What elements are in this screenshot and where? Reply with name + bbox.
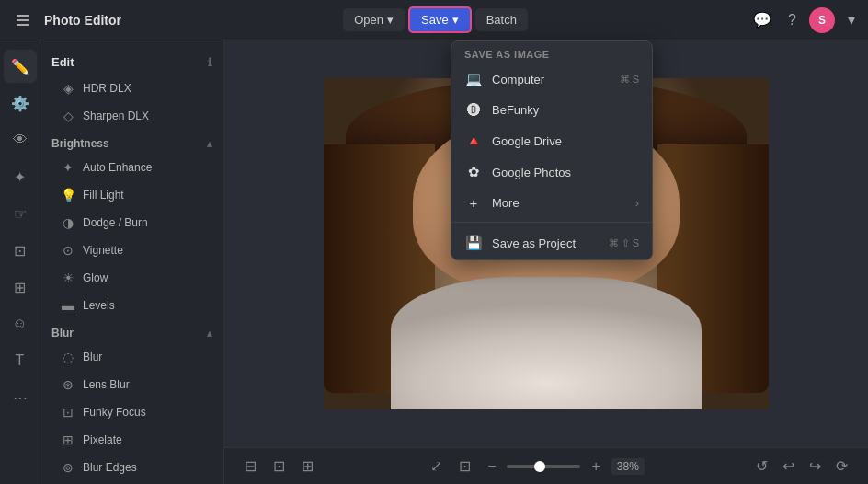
sidebar-more-button[interactable]: ⋯	[4, 381, 37, 414]
sidebar-frames-button[interactable]: ⊡	[4, 234, 37, 267]
open-label: Open	[354, 13, 383, 27]
sidebar-view-button[interactable]: 👁	[4, 123, 37, 156]
sidebar-effects-button[interactable]: ✦	[4, 160, 37, 193]
save-button[interactable]: Save ▾	[408, 6, 472, 33]
sharpen-icon: ◇	[61, 109, 75, 123]
zoom-out-button[interactable]: −	[482, 455, 501, 478]
save-label: Save	[421, 13, 449, 27]
crop-button[interactable]: ⊡	[268, 454, 291, 478]
panel-title: Edit	[51, 55, 74, 69]
save-befunky-label: BeFunky	[492, 103, 539, 117]
open-button[interactable]: Open ▾	[343, 8, 405, 31]
save-dropdown-menu[interactable]: Save as Image 💻 Computer ⌘ S 🅑 BeFunky 🔺…	[451, 40, 653, 260]
topbar-right: 💬 ? S ▾	[749, 7, 859, 33]
open-chevron-icon: ▾	[387, 13, 394, 27]
save-gphotos-item[interactable]: ✿ Google Photos	[451, 156, 652, 188]
sidebar-text-button[interactable]: T	[4, 344, 37, 377]
brightness-section-header[interactable]: Brightness	[40, 130, 223, 154]
hdr-icon: ◈	[61, 81, 75, 96]
funky-focus-icon: ⊡	[61, 405, 75, 420]
batch-button[interactable]: Batch	[475, 8, 528, 31]
gphotos-icon: ✿	[464, 164, 483, 180]
sidebar-stickers-button[interactable]: ☺	[4, 307, 37, 340]
chat-button[interactable]: 💬	[749, 7, 775, 32]
help-button[interactable]: ?	[784, 8, 800, 32]
chat-icon: 💬	[753, 12, 771, 28]
fill-light-item[interactable]: 💡 Fill Light	[46, 181, 218, 209]
zoom-thumb[interactable]	[534, 461, 545, 472]
zoom-in-button[interactable]: +	[586, 455, 605, 478]
dodge-burn-icon: ◑	[61, 215, 75, 230]
hdr-dlx-item[interactable]: ◈ HDR DLX	[46, 75, 218, 102]
sharpen-label: Sharpen DLX	[83, 109, 149, 122]
dropdown-section-label: Save as Image	[451, 41, 652, 63]
help-icon: ?	[788, 12, 796, 28]
save-more-label: More	[492, 196, 520, 210]
grid-button[interactable]: ⊞	[296, 454, 319, 478]
icon-sidebar: ✏️ ⚙️ 👁 ✦ ☞ ⊡ ⊞ ☺ T ⋯	[0, 40, 40, 484]
user-avatar[interactable]: S	[809, 7, 835, 33]
auto-enhance-item[interactable]: ✦ Auto Enhance	[46, 154, 218, 181]
panel-header: Edit ℹ	[40, 50, 223, 75]
sidebar-edit-button[interactable]: ✏️	[4, 50, 37, 83]
sidebar-adjust-button[interactable]: ⚙️	[4, 86, 37, 120]
layers-button[interactable]: ⊟	[239, 454, 262, 478]
more-icon: +	[464, 195, 483, 211]
save-project-item[interactable]: 💾 Save as Project ⌘ ⇧ S	[451, 226, 652, 259]
blur-edges-item[interactable]: ⊚ Blur Edges	[46, 454, 218, 481]
levels-item[interactable]: ▬ Levels	[46, 292, 218, 319]
blur-edges-icon: ⊚	[61, 460, 75, 475]
blur-section-header[interactable]: Blur	[40, 319, 223, 343]
funky-focus-item[interactable]: ⊡ Funky Focus	[46, 398, 218, 426]
glow-icon: ☀	[61, 271, 75, 285]
redo-button[interactable]: ↪	[804, 454, 827, 478]
blur-chevron-icon	[207, 328, 212, 340]
zoom-slider[interactable]	[507, 465, 580, 468]
info-icon[interactable]: ℹ	[208, 56, 212, 69]
sharpen-dlx-item[interactable]: ◇ Sharpen DLX	[46, 102, 218, 130]
save-befunky-item[interactable]: 🅑 BeFunky	[451, 95, 652, 125]
dodge-burn-item[interactable]: ◑ Dodge / Burn	[46, 209, 218, 236]
tools-panel: Edit ℹ ◈ HDR DLX ◇ Sharpen DLX Brightnes…	[40, 40, 224, 484]
hamburger-icon	[13, 11, 33, 29]
hdr-label: HDR DLX	[83, 82, 131, 95]
app-title: Photo Editor	[44, 13, 121, 28]
fit-screen-button[interactable]: ⤢	[425, 454, 448, 478]
auto-enhance-icon: ✦	[61, 160, 75, 175]
computer-icon: 💻	[464, 71, 483, 87]
blur-icon: ◌	[61, 350, 75, 364]
user-menu-chevron[interactable]: ▾	[844, 7, 859, 32]
save-gdrive-item[interactable]: 🔺 Google Drive	[451, 125, 652, 156]
brightness-chevron-icon	[207, 138, 212, 150]
save-chevron-icon: ▾	[452, 13, 459, 27]
topbar-center: Open ▾ Save ▾ Batch	[121, 6, 749, 33]
vignette-icon: ⊙	[61, 243, 75, 258]
pixelate-item[interactable]: ⊞ Pixelate	[46, 426, 218, 454]
levels-icon: ▬	[61, 298, 75, 313]
save-computer-shortcut: ⌘ S	[620, 74, 639, 86]
topbar: Photo Editor Open ▾ Save ▾ Batch 💬 ? S ▾	[0, 0, 868, 40]
save-more-item[interactable]: + More ›	[451, 188, 652, 218]
actual-size-button[interactable]: ⊡	[453, 454, 476, 478]
sidebar-touch-button[interactable]: ☞	[4, 197, 37, 230]
zoom-percent: 38%	[611, 458, 645, 475]
blur-item[interactable]: ◌ Blur	[46, 343, 218, 371]
reset-button[interactable]: ↺	[750, 454, 773, 478]
save-computer-label: Computer	[492, 73, 544, 86]
more-arrow-icon: ›	[635, 196, 639, 210]
save-computer-item[interactable]: 💻 Computer ⌘ S	[451, 63, 652, 95]
sidebar-collage-button[interactable]: ⊞	[4, 271, 37, 304]
gdrive-icon: 🔺	[464, 133, 483, 149]
brightness-label: Brightness	[51, 137, 109, 150]
batch-label: Batch	[486, 13, 517, 27]
lens-blur-item[interactable]: ⊛ Lens Blur	[46, 371, 218, 398]
glow-item[interactable]: ☀ Glow	[46, 264, 218, 292]
vignette-item[interactable]: ⊙ Vignette	[46, 236, 218, 264]
hamburger-menu-button[interactable]	[9, 7, 37, 33]
save-project-shortcut: ⌘ ⇧ S	[609, 237, 639, 249]
dropdown-divider	[451, 222, 652, 223]
undo-button[interactable]: ↩	[777, 454, 800, 478]
history-button[interactable]: ⟳	[830, 454, 853, 478]
save-gdrive-label: Google Drive	[492, 134, 562, 148]
lens-blur-icon: ⊛	[61, 377, 75, 392]
